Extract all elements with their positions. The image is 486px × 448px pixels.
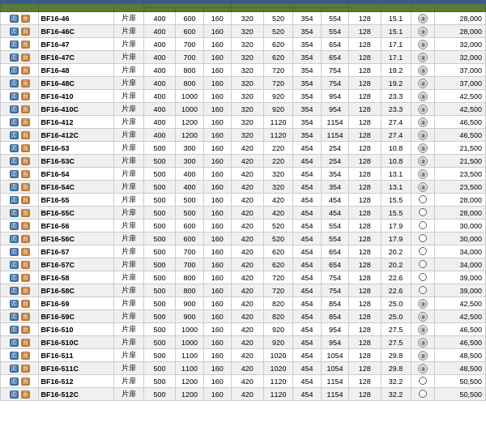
- frame-h: 554: [321, 12, 348, 25]
- drawing-button[interactable]: 図: [10, 248, 19, 256]
- frame-w: 454: [293, 323, 321, 336]
- drawing-button[interactable]: 図: [10, 261, 19, 269]
- drawing-button[interactable]: 図: [10, 390, 19, 399]
- view-button[interactable]: 面: [21, 196, 30, 204]
- product-type: 片扉: [113, 207, 143, 220]
- drawing-button[interactable]: 図: [10, 15, 19, 23]
- price: 46,500: [434, 323, 485, 336]
- product-name: BF16-48C: [39, 77, 113, 90]
- drawing-button[interactable]: 図: [10, 274, 19, 282]
- outer-h: 500: [176, 194, 203, 207]
- drawing-button[interactable]: 図: [10, 365, 19, 373]
- drawing-button[interactable]: 図: [10, 300, 19, 308]
- view-button[interactable]: 面: [21, 261, 30, 269]
- view-button[interactable]: 面: [21, 390, 30, 399]
- rank-badge: ③: [418, 312, 428, 322]
- view-button[interactable]: 面: [21, 92, 30, 100]
- drawing-button[interactable]: 図: [10, 196, 19, 204]
- view-button[interactable]: 面: [21, 313, 30, 321]
- view-button[interactable]: 面: [21, 183, 30, 191]
- outer-d: 160: [203, 220, 231, 233]
- drawing-button[interactable]: 図: [10, 235, 19, 243]
- base-h: 820: [263, 297, 293, 310]
- table-row: 図 面 BF16-54片扉50040016042032045435412813.…: [1, 168, 486, 181]
- drawing-button[interactable]: 図: [10, 222, 19, 230]
- price: 34,000: [434, 245, 485, 258]
- view-button[interactable]: 面: [21, 15, 30, 23]
- drawing-button[interactable]: 図: [10, 144, 19, 152]
- frame-w: 354: [293, 51, 321, 64]
- effective-depth: 128: [349, 129, 382, 142]
- drawing-button[interactable]: 図: [10, 378, 19, 386]
- drawing-button[interactable]: 図: [10, 170, 19, 178]
- view-button[interactable]: 面: [21, 248, 30, 256]
- view-button[interactable]: 面: [21, 41, 30, 49]
- view-button[interactable]: 面: [21, 352, 30, 360]
- table-row: 図 面 BF16-412C片扉4001200160320112035411541…: [1, 129, 486, 142]
- view-button[interactable]: 面: [21, 79, 30, 87]
- outer-d: 160: [203, 349, 231, 362]
- view-button[interactable]: 面: [21, 326, 30, 334]
- drawing-button[interactable]: 図: [10, 105, 19, 113]
- drawing-button[interactable]: 図: [10, 79, 19, 87]
- icon-buttons: 図 面: [10, 208, 30, 216]
- icon-cell: 図 面: [1, 38, 39, 51]
- drawing-button[interactable]: 図: [10, 339, 19, 347]
- view-button[interactable]: 面: [21, 157, 30, 165]
- view-button[interactable]: 面: [21, 300, 30, 308]
- drawing-button[interactable]: 図: [10, 41, 19, 49]
- drawing-button[interactable]: 図: [10, 157, 19, 165]
- view-button[interactable]: 面: [21, 170, 30, 178]
- base-w: 420: [231, 181, 263, 194]
- outer-w: 500: [143, 349, 176, 362]
- drawing-button[interactable]: 図: [10, 66, 19, 75]
- drawing-button[interactable]: 図: [10, 53, 19, 62]
- effective-depth: 128: [349, 207, 382, 220]
- rank-badge: ③: [418, 169, 428, 179]
- drawing-button[interactable]: 図: [10, 209, 19, 217]
- delivery-rank: ③: [411, 51, 434, 64]
- view-button[interactable]: 面: [21, 28, 30, 36]
- mass: 15.1: [381, 25, 411, 38]
- view-button[interactable]: 面: [21, 365, 30, 373]
- view-button[interactable]: 面: [21, 339, 30, 347]
- drawing-button[interactable]: 図: [10, 313, 19, 321]
- view-button[interactable]: 面: [21, 144, 30, 152]
- outer-w: 500: [143, 168, 176, 181]
- outer-d: 160: [203, 207, 231, 220]
- view-button[interactable]: 面: [21, 274, 30, 282]
- product-type: 片扉: [113, 90, 143, 103]
- view-button[interactable]: 面: [21, 105, 30, 113]
- view-button[interactable]: 面: [21, 53, 30, 62]
- drawing-button[interactable]: 図: [10, 131, 19, 139]
- mass: 20.2: [381, 258, 411, 271]
- view-button[interactable]: 面: [21, 118, 30, 126]
- view-button[interactable]: 面: [21, 378, 30, 386]
- mass: 17.1: [381, 51, 411, 64]
- base-h: 1120: [263, 375, 293, 388]
- drawing-button[interactable]: 図: [10, 326, 19, 334]
- view-button[interactable]: 面: [21, 287, 30, 295]
- view-button[interactable]: 面: [21, 209, 30, 217]
- view-button[interactable]: 面: [21, 131, 30, 139]
- outer-w: 500: [143, 297, 176, 310]
- frame-w: 454: [293, 233, 321, 245]
- view-button[interactable]: 面: [21, 66, 30, 75]
- drawing-button[interactable]: 図: [10, 287, 19, 295]
- col-header-name: [39, 4, 113, 12]
- view-button[interactable]: 面: [21, 235, 30, 243]
- drawing-button[interactable]: 図: [10, 183, 19, 191]
- view-button[interactable]: 面: [21, 222, 30, 230]
- drawing-button[interactable]: 図: [10, 118, 19, 126]
- effective-depth: 128: [349, 297, 382, 310]
- outer-h: 800: [176, 284, 203, 297]
- icon-cell: 図 面: [1, 388, 39, 401]
- drawing-button[interactable]: 図: [10, 92, 19, 100]
- table-row: 図 面 BF16-47C片扉40070016032062035465412817…: [1, 51, 486, 64]
- effective-depth: 128: [349, 362, 382, 375]
- frame-h: 1054: [321, 349, 348, 362]
- drawing-button[interactable]: 図: [10, 28, 19, 36]
- effective-depth: 128: [349, 51, 382, 64]
- product-type: 片扉: [113, 271, 143, 284]
- drawing-button[interactable]: 図: [10, 352, 19, 360]
